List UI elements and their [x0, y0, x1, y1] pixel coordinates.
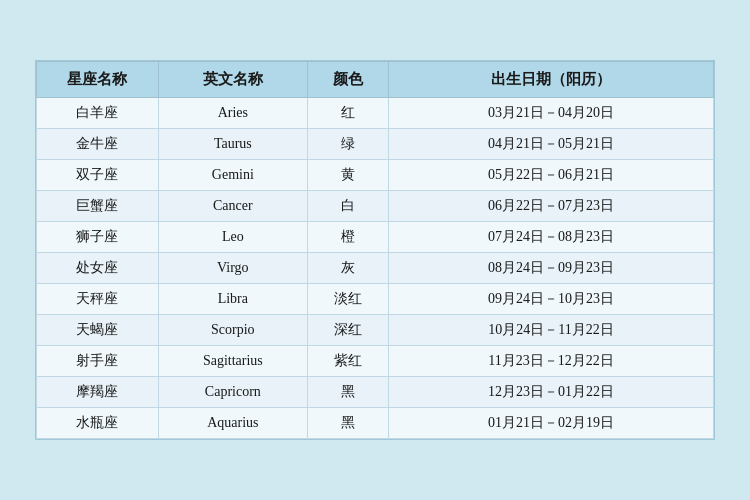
table-row: 巨蟹座Cancer白06月22日－07月23日: [37, 191, 714, 222]
cell-date: 07月24日－08月23日: [389, 222, 714, 253]
cell-en: Virgo: [158, 253, 307, 284]
cell-date: 05月22日－06月21日: [389, 160, 714, 191]
cell-en: Libra: [158, 284, 307, 315]
table-row: 天秤座Libra淡红09月24日－10月23日: [37, 284, 714, 315]
cell-color: 黑: [307, 408, 388, 439]
cell-color: 淡红: [307, 284, 388, 315]
cell-en: Gemini: [158, 160, 307, 191]
table-row: 金牛座Taurus绿04月21日－05月21日: [37, 129, 714, 160]
cell-cn: 白羊座: [37, 98, 159, 129]
table-row: 摩羯座Capricorn黑12月23日－01月22日: [37, 377, 714, 408]
cell-color: 灰: [307, 253, 388, 284]
cell-en: Taurus: [158, 129, 307, 160]
cell-cn: 处女座: [37, 253, 159, 284]
cell-date: 08月24日－09月23日: [389, 253, 714, 284]
table-row: 射手座Sagittarius紫红11月23日－12月22日: [37, 346, 714, 377]
cell-date: 01月21日－02月19日: [389, 408, 714, 439]
header-date: 出生日期（阳历）: [389, 62, 714, 98]
cell-en: Sagittarius: [158, 346, 307, 377]
header-cn: 星座名称: [37, 62, 159, 98]
cell-cn: 天蝎座: [37, 315, 159, 346]
cell-en: Aquarius: [158, 408, 307, 439]
cell-color: 紫红: [307, 346, 388, 377]
cell-color: 黑: [307, 377, 388, 408]
table-header-row: 星座名称 英文名称 颜色 出生日期（阳历）: [37, 62, 714, 98]
cell-color: 白: [307, 191, 388, 222]
cell-date: 04月21日－05月21日: [389, 129, 714, 160]
table-row: 水瓶座Aquarius黑01月21日－02月19日: [37, 408, 714, 439]
cell-color: 橙: [307, 222, 388, 253]
zodiac-table-container: 星座名称 英文名称 颜色 出生日期（阳历） 白羊座Aries红03月21日－04…: [35, 60, 715, 440]
cell-en: Aries: [158, 98, 307, 129]
header-en: 英文名称: [158, 62, 307, 98]
cell-color: 深红: [307, 315, 388, 346]
cell-cn: 水瓶座: [37, 408, 159, 439]
cell-date: 06月22日－07月23日: [389, 191, 714, 222]
cell-cn: 金牛座: [37, 129, 159, 160]
cell-color: 绿: [307, 129, 388, 160]
table-row: 白羊座Aries红03月21日－04月20日: [37, 98, 714, 129]
cell-en: Capricorn: [158, 377, 307, 408]
zodiac-table: 星座名称 英文名称 颜色 出生日期（阳历） 白羊座Aries红03月21日－04…: [36, 61, 714, 439]
cell-en: Leo: [158, 222, 307, 253]
cell-date: 12月23日－01月22日: [389, 377, 714, 408]
table-row: 天蝎座Scorpio深红10月24日－11月22日: [37, 315, 714, 346]
cell-cn: 狮子座: [37, 222, 159, 253]
cell-cn: 巨蟹座: [37, 191, 159, 222]
cell-date: 11月23日－12月22日: [389, 346, 714, 377]
cell-cn: 天秤座: [37, 284, 159, 315]
cell-date: 09月24日－10月23日: [389, 284, 714, 315]
cell-color: 红: [307, 98, 388, 129]
table-row: 双子座Gemini黄05月22日－06月21日: [37, 160, 714, 191]
cell-date: 10月24日－11月22日: [389, 315, 714, 346]
header-color: 颜色: [307, 62, 388, 98]
cell-en: Cancer: [158, 191, 307, 222]
cell-date: 03月21日－04月20日: [389, 98, 714, 129]
cell-cn: 双子座: [37, 160, 159, 191]
cell-cn: 射手座: [37, 346, 159, 377]
table-row: 狮子座Leo橙07月24日－08月23日: [37, 222, 714, 253]
cell-cn: 摩羯座: [37, 377, 159, 408]
cell-color: 黄: [307, 160, 388, 191]
cell-en: Scorpio: [158, 315, 307, 346]
table-row: 处女座Virgo灰08月24日－09月23日: [37, 253, 714, 284]
